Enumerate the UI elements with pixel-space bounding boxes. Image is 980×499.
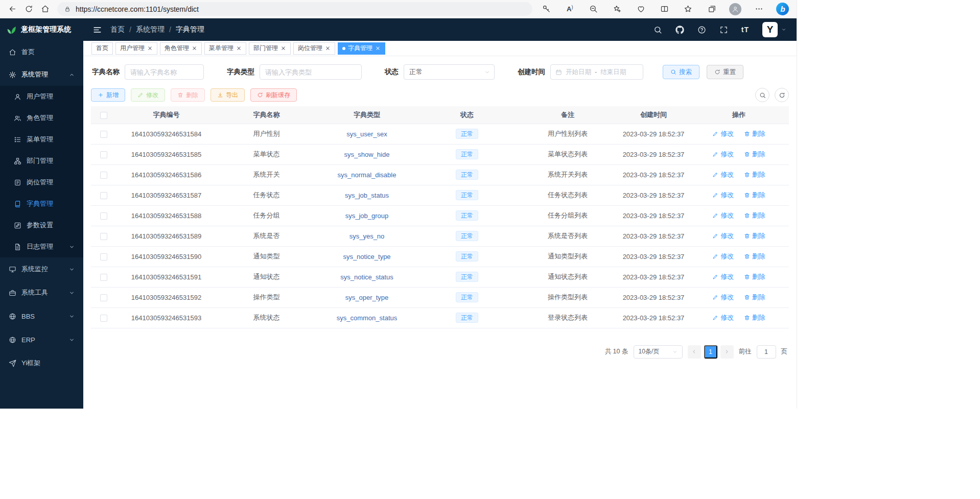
tab-home[interactable]: 首页	[91, 42, 113, 55]
breadcrumb-home[interactable]: 首页	[110, 25, 125, 34]
dict-type-input[interactable]	[260, 64, 362, 80]
header-search-button[interactable]	[654, 26, 662, 34]
sidebar-item-role-mgmt[interactable]: 角色管理	[0, 107, 83, 129]
dict-type-link[interactable]: sys_common_status	[337, 314, 398, 322]
row-checkbox[interactable]	[100, 212, 107, 220]
row-checkbox[interactable]	[100, 274, 107, 281]
sidebar-item-menu-mgmt[interactable]: 菜单管理	[0, 129, 83, 150]
sidebar-item-system-mgmt[interactable]: 系统管理	[0, 63, 83, 86]
row-edit-link[interactable]: 修改	[712, 150, 734, 159]
font-size-button[interactable]: tT	[741, 26, 749, 34]
next-page-button[interactable]	[720, 345, 734, 359]
sidebar-item-post-mgmt[interactable]: 岗位管理	[0, 172, 83, 193]
row-edit-link[interactable]: 修改	[712, 252, 734, 261]
tab-post-mgmt[interactable]: 岗位管理	[293, 42, 335, 55]
back-button[interactable]	[4, 2, 20, 16]
row-checkbox[interactable]	[100, 192, 107, 199]
add-button[interactable]: 新增	[91, 88, 125, 102]
add-favorite-button[interactable]	[611, 2, 624, 16]
dict-type-link[interactable]: sys_notice_status	[340, 273, 393, 281]
export-button[interactable]: 导出	[211, 88, 245, 102]
row-checkbox[interactable]	[100, 315, 107, 322]
tab-close-icon[interactable]	[281, 45, 286, 51]
row-delete-link[interactable]: 删除	[744, 191, 765, 200]
tab-close-icon[interactable]	[236, 45, 242, 51]
browser-menu-button[interactable]	[753, 2, 766, 16]
bing-chat-button[interactable]: b	[776, 2, 789, 16]
refresh-cache-button[interactable]: 刷新缓存	[250, 88, 297, 102]
browser-essentials-button[interactable]	[634, 2, 647, 16]
fullscreen-button[interactable]	[719, 26, 728, 34]
tab-role-mgmt[interactable]: 角色管理	[160, 42, 202, 55]
sidebar-item-home[interactable]: 首页	[0, 41, 83, 63]
dict-type-link[interactable]: sys_show_hide	[344, 151, 390, 158]
address-bar[interactable]: https://ccnetcore.com:1101/system/dict	[57, 2, 532, 16]
row-delete-link[interactable]: 删除	[744, 170, 765, 179]
toggle-search-button[interactable]	[755, 88, 769, 102]
select-all-checkbox[interactable]	[100, 112, 107, 119]
row-delete-link[interactable]: 删除	[744, 150, 765, 159]
status-select[interactable]: 正常	[404, 64, 495, 80]
tab-dept-mgmt[interactable]: 部门管理	[249, 42, 291, 55]
split-screen-button[interactable]	[658, 2, 671, 16]
row-delete-link[interactable]: 删除	[744, 272, 765, 281]
read-aloud-button[interactable]: A)	[563, 2, 576, 16]
dict-type-link[interactable]: sys_job_status	[345, 192, 389, 199]
prev-page-button[interactable]	[688, 345, 701, 359]
page-size-select[interactable]: 10条/页	[634, 345, 683, 359]
help-button[interactable]	[697, 26, 706, 34]
password-key-button[interactable]	[540, 2, 553, 16]
delete-button[interactable]: 删除	[171, 88, 205, 102]
row-checkbox[interactable]	[100, 233, 107, 240]
profile-button[interactable]	[729, 2, 742, 16]
row-delete-link[interactable]: 删除	[744, 313, 765, 322]
tab-close-icon[interactable]	[325, 45, 331, 51]
date-range-picker[interactable]: 开始日期 - 结束日期	[550, 64, 643, 80]
sidebar-item-user-mgmt[interactable]: 用户管理	[0, 86, 83, 107]
edit-button[interactable]: 修改	[131, 88, 165, 102]
tab-menu-mgmt[interactable]: 菜单管理	[204, 42, 246, 55]
row-edit-link[interactable]: 修改	[712, 272, 734, 281]
favorites-button[interactable]	[682, 2, 695, 16]
dict-name-input[interactable]	[125, 64, 204, 80]
dict-type-link[interactable]: sys_job_group	[345, 212, 389, 220]
tab-close-icon[interactable]	[375, 45, 381, 51]
row-delete-link[interactable]: 删除	[744, 211, 765, 220]
row-checkbox[interactable]	[100, 172, 107, 179]
goto-page-input[interactable]	[757, 345, 776, 359]
row-edit-link[interactable]: 修改	[712, 231, 734, 241]
row-delete-link[interactable]: 删除	[744, 231, 765, 241]
row-checkbox[interactable]	[100, 151, 107, 158]
dict-type-link[interactable]: sys_yes_no	[349, 232, 385, 240]
sidebar-item-bbs[interactable]: BBS	[0, 304, 83, 328]
page-number-1[interactable]: 1	[704, 345, 717, 359]
user-menu[interactable]: Y	[762, 22, 786, 37]
tab-user-mgmt[interactable]: 用户管理	[115, 42, 157, 55]
dict-type-link[interactable]: sys_notice_type	[343, 253, 390, 260]
sidebar-item-dept-mgmt[interactable]: 部门管理	[0, 150, 83, 172]
sidebar-item-yi-framework[interactable]: Yi框架	[0, 351, 83, 375]
row-edit-link[interactable]: 修改	[712, 313, 734, 322]
github-button[interactable]	[675, 26, 684, 34]
row-delete-link[interactable]: 删除	[744, 252, 765, 261]
reset-button[interactable]: 重置	[707, 65, 743, 79]
home-button[interactable]	[37, 2, 53, 16]
sidebar-item-param-settings[interactable]: 参数设置	[0, 215, 83, 236]
row-edit-link[interactable]: 修改	[712, 211, 734, 220]
row-edit-link[interactable]: 修改	[712, 191, 734, 200]
row-checkbox[interactable]	[100, 253, 107, 260]
sidebar-item-log-mgmt[interactable]: 日志管理	[0, 236, 83, 257]
refresh-button[interactable]	[20, 2, 37, 16]
hamburger-icon[interactable]	[92, 25, 102, 35]
collections-button[interactable]	[705, 2, 718, 16]
sidebar-item-sys-tools[interactable]: 系统工具	[0, 281, 83, 304]
row-delete-link[interactable]: 删除	[744, 129, 765, 138]
sidebar-item-sys-monitor[interactable]: 系统监控	[0, 257, 83, 281]
sidebar-item-dict-mgmt[interactable]: 字典管理	[0, 193, 83, 215]
row-delete-link[interactable]: 删除	[744, 293, 765, 302]
tab-close-icon[interactable]	[147, 45, 153, 51]
row-edit-link[interactable]: 修改	[712, 293, 734, 302]
dict-type-link[interactable]: sys_oper_type	[345, 294, 389, 301]
row-edit-link[interactable]: 修改	[712, 170, 734, 179]
tab-close-icon[interactable]	[192, 45, 197, 51]
